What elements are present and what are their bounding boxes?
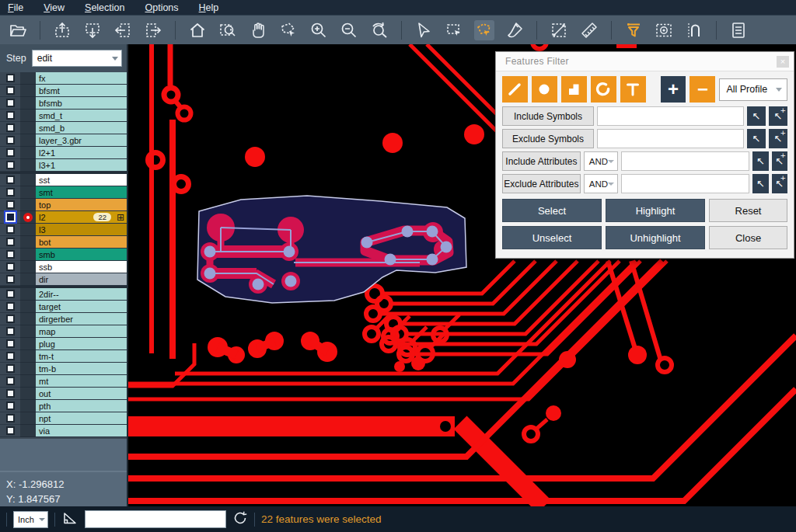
- layer-checkbox[interactable]: [6, 377, 15, 385]
- features-filter-icon[interactable]: [623, 20, 644, 40]
- layer-checkbox[interactable]: [6, 426, 15, 435]
- exclude-attributes-operator-select[interactable]: AND: [584, 174, 618, 193]
- layer-row-dir[interactable]: dir: [0, 273, 127, 286]
- layer-active-indicator-cell[interactable]: [20, 122, 36, 134]
- layer-name[interactable]: bfsmb: [36, 97, 127, 110]
- layer-active-indicator-cell[interactable]: [20, 261, 36, 273]
- command-input[interactable]: [85, 510, 226, 528]
- pick-symbol-icon[interactable]: ↖: [747, 129, 766, 148]
- layer-active-indicator-cell[interactable]: [20, 134, 36, 147]
- layer-active-indicator-cell[interactable]: [20, 425, 36, 437]
- layer-checkbox[interactable]: [6, 263, 15, 271]
- include-attributes-button[interactable]: Include Attributes: [502, 151, 581, 171]
- layer-active-indicator-cell[interactable]: [20, 325, 36, 338]
- open-file-icon[interactable]: [8, 20, 28, 40]
- layer-row-plug[interactable]: plug: [0, 338, 127, 350]
- layer-row-layer_3.gbr[interactable]: layer_3.gbr: [0, 134, 127, 147]
- layer-name[interactable]: smd_b: [36, 122, 127, 134]
- zoom-window-icon[interactable]: [218, 20, 238, 40]
- layer-name[interactable]: smb: [36, 249, 127, 261]
- layer-name[interactable]: l222⊞: [36, 211, 127, 224]
- measure-ruler-icon[interactable]: [579, 20, 599, 40]
- layer-name[interactable]: target: [36, 301, 127, 313]
- layer-checkbox[interactable]: [6, 364, 15, 373]
- layer-name[interactable]: layer_3.gbr: [36, 134, 127, 147]
- layer-checkbox[interactable]: [6, 352, 15, 360]
- menu-file[interactable]: File: [8, 2, 23, 13]
- layer-name[interactable]: dirgerber: [36, 313, 127, 325]
- exclude-symbols-input[interactable]: [597, 129, 744, 148]
- layer-active-indicator-cell[interactable]: [20, 338, 36, 350]
- select-arrow-icon[interactable]: [414, 20, 434, 40]
- layer-name[interactable]: out: [36, 388, 127, 400]
- layer-row-map[interactable]: map: [0, 325, 127, 338]
- zoom-previous-icon[interactable]: [369, 20, 389, 40]
- layer-row-bfsmt[interactable]: bfsmt: [0, 85, 127, 97]
- select-button[interactable]: Select: [502, 199, 602, 222]
- exclude-attributes-button[interactable]: Exclude Attributes: [502, 174, 581, 193]
- layer-name[interactable]: 2dir--: [36, 288, 127, 301]
- layer-checkbox[interactable]: [6, 74, 15, 82]
- layer-row-bot[interactable]: bot: [0, 236, 127, 249]
- dialog-titlebar[interactable]: Features Filter ×: [496, 52, 794, 71]
- layer-name[interactable]: l2+1: [36, 147, 127, 159]
- layer-checkbox[interactable]: [6, 99, 15, 107]
- layer-active-indicator-cell[interactable]: [20, 110, 36, 122]
- zoom-in-icon[interactable]: [309, 20, 329, 40]
- layer-row-2dir--[interactable]: 2dir--: [0, 288, 127, 301]
- layer-row-l3+1[interactable]: l3+1: [0, 159, 127, 172]
- layer-checkbox[interactable]: [6, 188, 15, 196]
- layer-checkbox[interactable]: [6, 148, 15, 157]
- layer-active-indicator-cell[interactable]: [20, 313, 36, 325]
- layer-name[interactable]: top: [36, 199, 127, 211]
- profile-select[interactable]: All Profile: [719, 78, 787, 101]
- layer-checkbox[interactable]: [6, 161, 15, 169]
- pan-hand-icon[interactable]: [248, 20, 268, 40]
- filter-remove-button[interactable]: −: [690, 76, 715, 103]
- layer-row-bfsmb[interactable]: bfsmb: [0, 97, 127, 110]
- exclude-symbols-button[interactable]: Exclude Symbols: [502, 129, 594, 148]
- net-trace-icon[interactable]: [684, 20, 704, 40]
- layer-name[interactable]: map: [36, 325, 127, 338]
- layer-checkbox-checked[interactable]: [5, 212, 16, 222]
- layer-name[interactable]: mt: [36, 375, 127, 388]
- apply-refresh-icon[interactable]: [232, 510, 248, 529]
- layer-row-smd_b[interactable]: smd_b: [0, 122, 127, 134]
- layer-active-indicator-cell[interactable]: [20, 350, 36, 363]
- layer-row-smd_t[interactable]: smd_t: [0, 110, 127, 122]
- layer-name[interactable]: smt: [36, 186, 127, 199]
- layers-table-icon[interactable]: [728, 20, 749, 40]
- layer-name[interactable]: bfsmt: [36, 85, 127, 97]
- layer-active-indicator-cell[interactable]: [20, 363, 36, 375]
- menu-options[interactable]: Options: [145, 2, 178, 13]
- layer-checkbox[interactable]: [6, 123, 15, 132]
- filter-pads-button[interactable]: [532, 76, 557, 103]
- menu-help[interactable]: Help: [199, 2, 219, 13]
- layer-active-indicator-cell[interactable]: [20, 211, 36, 224]
- layer-name[interactable]: tm-b: [36, 363, 127, 375]
- layer-checkbox[interactable]: [6, 225, 15, 234]
- layer-active-indicator-cell[interactable]: [20, 375, 36, 388]
- highlight-button[interactable]: Highlight: [606, 199, 705, 222]
- pick-add-symbol-icon[interactable]: ↖+: [769, 106, 787, 126]
- layer-name[interactable]: via: [36, 425, 127, 437]
- layer-active-indicator-cell[interactable]: [20, 224, 36, 236]
- menu-selection[interactable]: Selection: [85, 2, 124, 13]
- pan-right-icon[interactable]: [143, 20, 163, 40]
- close-button[interactable]: Close: [709, 226, 787, 249]
- pick-add-attribute-icon[interactable]: ↖+: [772, 174, 787, 193]
- layer-name[interactable]: smd_t: [36, 110, 127, 122]
- layer-row-via[interactable]: via: [0, 425, 127, 437]
- layer-checkbox[interactable]: [6, 250, 15, 259]
- layer-row-target[interactable]: target: [0, 301, 127, 313]
- step-select[interactable]: edit: [32, 50, 122, 67]
- pick-add-symbol-icon[interactable]: ↖+: [769, 129, 787, 148]
- layer-row-tm-b[interactable]: tm-b: [0, 363, 127, 375]
- layer-checkbox[interactable]: [6, 176, 15, 184]
- unhighlight-button[interactable]: Unhighlight: [606, 226, 705, 249]
- layer-checkbox[interactable]: [6, 402, 15, 410]
- layer-active-indicator-cell[interactable]: [20, 85, 36, 97]
- select-polygon-icon[interactable]: [474, 20, 494, 40]
- layer-active-indicator-cell[interactable]: [20, 249, 36, 261]
- pan-down-icon[interactable]: [82, 20, 103, 40]
